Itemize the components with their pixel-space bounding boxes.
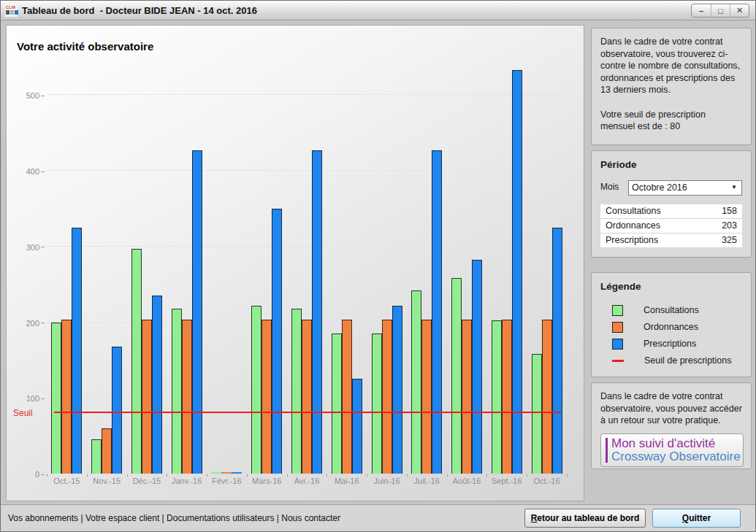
period-row-value: 203 [722,220,737,232]
period-table: Consultations158Ordonnances203Prescripti… [600,204,742,248]
x-axis-label-Juin-16: Juin-16 [367,477,407,485]
crossway-button-line2: Crossway Observatoire [611,450,741,463]
legend-item: Seuil de prescriptions [600,352,742,369]
practice-text: Dans le cadre de votre contrat observato… [600,390,742,427]
footer-link[interactable]: Votre espace client [85,513,159,523]
maximize-button[interactable]: □ [711,4,730,17]
period-row-label: Prescriptions [606,234,658,247]
legende-title: Légende [600,280,742,293]
x-axis-labels: Oct.-15Nov.-15Déc.-15Janv.-16Févr.-16Mar… [47,474,567,485]
period-row-value: 158 [722,205,737,217]
legend-item: Ordonnances [600,319,742,336]
legend-line-swatch [612,360,624,362]
legend-list: ConsultationsOrdonnancesPrescriptionsSeu… [600,302,742,369]
plot-area: Seuil Oct.-15Nov.-15Déc.-15Janv.-16Févr.… [47,67,567,474]
quitter-button[interactable]: Quitter [652,509,741,528]
bar-prescriptions-Oct.-16 [552,228,562,474]
x-axis-label-Févr.-16: Févr.-16 [207,477,247,485]
x-axis-label-Oct.-16: Oct.-16 [527,477,567,485]
x-axis-label-Nov.-15: Nov.-15 [87,477,127,485]
app-icon-squares [6,10,18,15]
legende-box: Légende ConsultationsOrdonnancesPrescrip… [591,272,752,377]
title-bar: CLM Tableau de bord - Docteur BIDE JEAN … [1,1,755,20]
window-title: Tableau de bord - Docteur BIDE JEAN - 14… [22,5,257,16]
bar-consultations-Juin-16 [372,334,382,474]
footer-link[interactable]: Documentations utilisateurs [167,513,274,523]
bar-consultations-Août-16 [451,278,462,474]
legend-color-swatch [612,339,623,350]
footer-link[interactable]: Vos abonnements [8,513,78,523]
y-tick-label: 200 [26,319,45,328]
x-axis-label-Avr.-16: Avr.-16 [287,477,327,485]
bar-ordonnances-Nov.-15 [102,428,112,474]
period-row-label: Consultations [606,205,661,217]
bar-ordonnances-Août-16 [462,320,472,474]
x-axis-label-Janv.-16: Janv.-16 [167,477,207,485]
crossway-accent-bar [606,438,608,463]
bar-consultations-Mars-16 [251,306,261,474]
legend-label: Ordonnances [644,321,698,334]
month-row: Mois Octobre 2016 ▼ [600,180,742,196]
minimize-button[interactable]: – [692,4,711,17]
info-text: Dans le cadre de votre contrat observato… [600,36,742,96]
y-tick-label: 0 [35,470,45,479]
crossway-observatoire-button[interactable]: Mon suivi d'activité Crossway Observatoi… [600,433,744,467]
retour-button[interactable]: Retour au tableau de bord [524,509,646,528]
footer-bar: Vos abonnements | Votre espace client | … [1,504,755,531]
bar-ordonnances-Avr.-16 [302,320,312,474]
bar-ordonnances-Juil.-16 [421,320,432,474]
footer-links: Vos abonnements | Votre espace client | … [8,513,524,523]
month-select[interactable]: Octobre 2016 ▼ [628,180,742,196]
bar-prescriptions-Juil.-16 [432,150,442,474]
period-row-prescriptions: Prescriptions325 [600,234,742,248]
app-icon: CLM [5,4,18,17]
x-axis-label-Août-16: Août-16 [447,477,487,485]
y-tick-label: 500 [26,91,45,100]
period-row-ordonnances: Ordonnances203 [600,219,742,234]
x-axis-label-Mars-16: Mars-16 [247,477,287,485]
bar-ordonnances-Oct.-16 [542,320,552,474]
bar-ordonnances-Oct.-15 [61,320,72,474]
legend-color-swatch [612,305,623,316]
periode-box: Période Mois Octobre 2016 ▼ Consultation… [591,150,752,258]
practice-box: Dans le cadre de votre contrat observato… [591,382,752,469]
link-separator: | [274,513,281,523]
bar-ordonnances-Janv.-16 [182,320,192,474]
bar-prescriptions-Avr.-16 [312,150,322,474]
legend-label: Consultations [644,304,699,317]
app-icon-text: CLM [6,5,15,9]
sidebar: Dans le cadre de votre contrat observato… [591,28,752,469]
application-window: { "window": { "icon_text": "CLM", "title… [0,0,756,532]
y-tick-label: 100 [26,394,45,403]
threshold-info-text: Votre seuil de prescription mensuel est … [600,109,742,133]
x-axis-tick [567,474,568,477]
month-label: Mois [600,182,628,193]
bar-ordonnances-Déc.-15 [142,320,152,474]
close-button[interactable]: ✕ [730,4,749,17]
bar-prescriptions-Nov.-15 [112,347,122,474]
icon-square-gray [10,10,14,15]
icon-square-dark [6,10,9,15]
periode-title: Période [600,158,742,171]
bar-prescriptions-Déc.-15 [152,296,162,474]
legend-color-swatch [612,322,623,333]
bar-ordonnances-Mars-16 [261,320,272,474]
period-row-consultations: Consultations158 [600,204,742,219]
bar-consultations-Juil.-16 [411,290,421,474]
icon-square-blue [15,10,18,15]
bar-consultations-Janv.-16 [172,309,182,474]
bar-prescriptions-Janv.-16 [192,150,202,474]
window-controls: –□✕ [691,4,749,18]
bar-consultations-Sept.-16 [492,320,502,474]
threshold-line [54,412,561,413]
y-tick-label: 400 [26,167,45,176]
link-separator: | [159,513,167,523]
bar-prescriptions-Mars-16 [272,209,282,474]
month-select-value: Octobre 2016 [632,182,731,194]
chevron-down-icon: ▼ [731,184,738,192]
bar-consultations-Mai-16 [332,334,342,474]
bar-prescriptions-Oct.-15 [72,228,82,474]
y-tick-label: 300 [26,243,45,252]
footer-link[interactable]: Nous contacter [281,513,340,523]
bar-consultations-Oct.-16 [532,354,542,474]
